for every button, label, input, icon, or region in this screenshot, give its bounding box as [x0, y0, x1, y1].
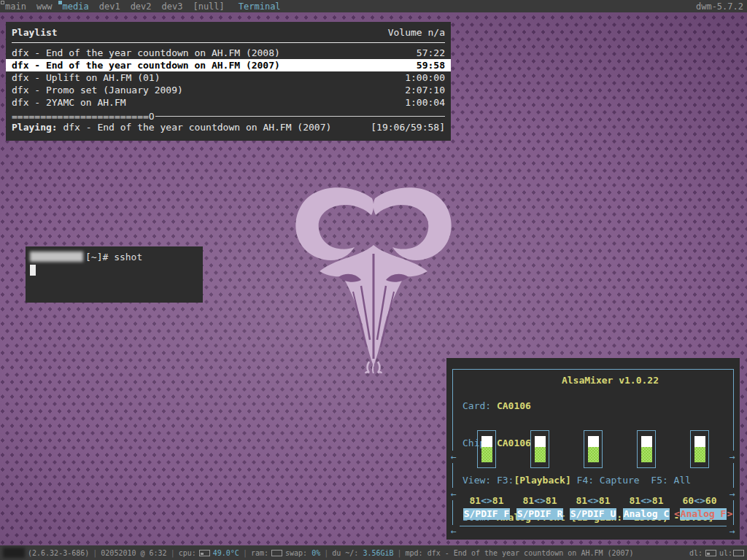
- workspace-tag[interactable]: main: [0, 0, 31, 12]
- track-time: 2:07:10: [405, 84, 445, 96]
- playlist-header: Playlist Volume n/a: [12, 22, 445, 43]
- playlist-row[interactable]: dfx - End of the year countdown on AH.FM…: [6, 59, 451, 71]
- desktop: main www media dev1 dev2 dev3 [null] Ter…: [0, 0, 747, 560]
- redacted-hostname: [3, 548, 25, 558]
- volume-slider[interactable]: [584, 430, 603, 468]
- track-time: 1:00:00: [405, 71, 445, 84]
- playing-track: dfx - End of the year countdown on AH.FM…: [63, 122, 331, 133]
- separator: |: [93, 549, 97, 557]
- scroll-right-arrows: → → → →: [727, 426, 738, 560]
- channel-value: 81<>81: [621, 495, 672, 506]
- workspace-tag[interactable]: dev2: [125, 0, 157, 12]
- ram-label: ram:: [251, 549, 268, 557]
- tag-indicator: [58, 1, 62, 4]
- channel-label[interactable]: S/PDIF R: [516, 508, 564, 520]
- separator: |: [398, 549, 402, 557]
- track-name: dfx - 2YAMC on AH.FM: [12, 96, 126, 109]
- channel-value: 81<>81: [514, 495, 565, 506]
- right-arrow-icon: →: [727, 488, 738, 500]
- dwm-version: dwm-5.7.2: [696, 1, 747, 12]
- workspace-tag[interactable]: www: [31, 0, 58, 12]
- tag-label: [null]: [193, 1, 224, 12]
- mpd-track: dfx - End of the year countdown on AH.FM…: [427, 549, 634, 557]
- volume-slider[interactable]: [637, 430, 656, 468]
- mixer-slider-fill: [694, 447, 705, 462]
- playlist-title: Playlist: [12, 27, 58, 38]
- playlist-row[interactable]: dfx - Promo set (January 2009) 2:07:10: [12, 84, 445, 96]
- workspace-tag[interactable]: media: [58, 0, 94, 12]
- swap-value: 0%: [311, 549, 320, 557]
- now-playing-bar: Playing: dfx - End of the year countdown…: [12, 122, 445, 135]
- upload-label: ul:: [719, 549, 732, 557]
- tag-label: dev1: [99, 1, 120, 12]
- mixer-slider-fill: [481, 447, 492, 462]
- track-time: 57:22: [417, 47, 445, 59]
- volume-status: Volume n/a: [388, 27, 445, 38]
- mixer-sliders: [461, 430, 725, 468]
- workspace-tag[interactable]: [null]: [187, 0, 229, 12]
- mixer-channel[interactable]: [621, 430, 672, 468]
- top-bar: main www media dev1 dev2 dev3 [null] Ter…: [0, 0, 747, 12]
- channel-label[interactable]: S/PDIF U: [570, 508, 617, 520]
- playlist-row[interactable]: dfx - 2YAMC on AH.FM 1:00:04: [12, 96, 445, 109]
- seek-bar[interactable]: ========================O: [12, 111, 445, 121]
- mixer-chip[interactable]: <S/PDIF U>: [568, 508, 619, 520]
- terminal-cursor[interactable]: [30, 265, 36, 276]
- mixer-chip[interactable]: <Analog C>: [621, 508, 672, 520]
- mixer-slider-fill: [535, 447, 546, 462]
- channel-value: 60<>60: [674, 495, 725, 506]
- left-arrow-icon: ←: [448, 525, 460, 537]
- seek-bar-elapsed: ========================: [12, 111, 149, 122]
- track-name: dfx - Uplift on AH.FM (01): [12, 71, 160, 84]
- tag-label: www: [36, 1, 53, 12]
- cpu-temperature: 49.0°C: [213, 549, 239, 557]
- network-monitors: dl: ul:: [689, 549, 744, 557]
- playlist-window: Playlist Volume n/a dfx - End of the yea…: [6, 22, 451, 141]
- playing-label: Playing:: [12, 122, 63, 133]
- mixer-channel[interactable]: [568, 430, 619, 468]
- track-time: 1:00:04: [405, 96, 445, 109]
- seek-bar-remaining: [155, 116, 445, 117]
- focused-window-title: Terminal: [239, 1, 281, 12]
- mixer-channel-labels: <S/PDIF F> <S/PDIF R> <S/PDIF U> <Analog…: [461, 508, 725, 520]
- separator: |: [171, 549, 175, 557]
- left-arrow-icon: ←: [448, 488, 460, 500]
- channel-value: 81<>81: [461, 495, 512, 506]
- kernel-version: (2.6.32-3-686): [28, 549, 89, 557]
- cpu-gauge-icon: [199, 550, 210, 556]
- redacted-hostname: [30, 252, 83, 262]
- du-value: 3.56GiB: [363, 549, 393, 557]
- status-bar: (2.6.32-3-686) | 02052010 @ 6:32 | cpu: …: [0, 545, 747, 560]
- mixer-view-line: View: F3:[Playback] F4: Capture F5: All: [462, 474, 713, 486]
- download-gauge-icon: [705, 550, 716, 556]
- tag-label: media: [63, 1, 89, 12]
- volume-slider[interactable]: [530, 430, 549, 468]
- mixer-chip[interactable]: <S/PDIF R>: [514, 508, 565, 520]
- alsamixer-window: AlsaMixer v1.0.22 Card: CA0106 Chip: CA0…: [446, 358, 740, 540]
- mixer-channel[interactable]: [514, 430, 565, 468]
- channel-label[interactable]: Analog F: [680, 508, 727, 520]
- view-f3-key[interactable]: F3:: [497, 475, 514, 486]
- tag-label: dev2: [131, 1, 152, 12]
- track-name: dfx - Promo set (January 2009): [12, 84, 183, 96]
- mixer-values: 81<>81 81<>81 81<>81 81<>81 60<>60: [461, 495, 725, 506]
- separator: |: [243, 549, 247, 557]
- ram-gauge-icon: [271, 550, 282, 556]
- workspace-tag[interactable]: dev1: [94, 0, 125, 12]
- seek-bar-knob[interactable]: O: [149, 111, 155, 122]
- playlist-row[interactable]: dfx - End of the year countdown on AH.FM…: [12, 47, 445, 59]
- view-other-keys[interactable]: F4: Capture F5: All: [571, 475, 691, 486]
- workspace-tag[interactable]: dev3: [157, 0, 188, 12]
- playlist-row[interactable]: dfx - Uplift on AH.FM (01) 1:00:00: [12, 71, 445, 84]
- volume-slider[interactable]: [690, 430, 709, 468]
- datetime: 02052010 @ 6:32: [101, 549, 166, 557]
- channel-label[interactable]: Analog C: [623, 508, 670, 520]
- mixer-channel[interactable]: [674, 430, 725, 468]
- mpd-label: mpd:: [406, 549, 427, 557]
- mixer-slider-fill: [588, 447, 599, 462]
- left-arrow-icon: ←: [448, 451, 460, 463]
- mixer-chip[interactable]: <Analog F>: [674, 508, 725, 520]
- terminal-window[interactable]: [~]# sshot: [26, 246, 203, 303]
- playing-time: [19:06/59:58]: [371, 122, 445, 135]
- card-value: CA0106: [497, 400, 531, 411]
